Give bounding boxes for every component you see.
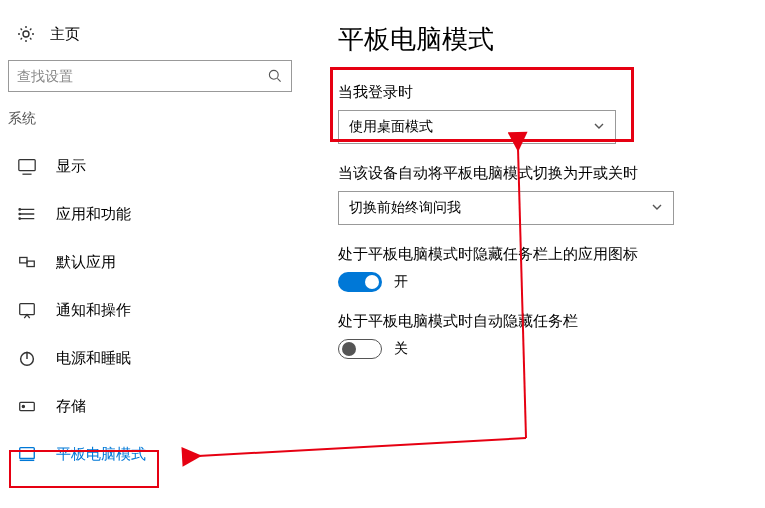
search-input[interactable] [9, 68, 259, 84]
dropdown-value: 切换前始终询问我 [349, 199, 461, 217]
chevron-down-icon [593, 119, 605, 135]
hide-icons-toggle[interactable] [338, 272, 382, 292]
svg-point-8 [22, 405, 24, 407]
sidebar-item-label: 平板电脑模式 [56, 445, 146, 464]
svg-rect-4 [27, 261, 34, 266]
apps-icon [16, 203, 38, 225]
search-box[interactable] [8, 60, 292, 92]
sidebar-item-label: 应用和功能 [56, 205, 131, 224]
chevron-down-icon [651, 200, 663, 216]
tablet-icon [16, 443, 38, 465]
sidebar-item-display[interactable]: 显示 [8, 142, 292, 190]
power-icon [16, 347, 38, 369]
hide-taskbar-label: 处于平板电脑模式时自动隐藏任务栏 [338, 312, 745, 331]
page-title: 平板电脑模式 [338, 22, 745, 57]
toggle-state: 开 [394, 273, 408, 291]
search-icon[interactable] [259, 68, 291, 84]
sidebar-item-power[interactable]: 电源和睡眠 [8, 334, 292, 382]
dropdown-value: 使用桌面模式 [349, 118, 433, 136]
home-label: 主页 [50, 25, 80, 44]
svg-point-0 [23, 31, 29, 37]
monitor-icon [16, 155, 38, 177]
notifications-icon [16, 299, 38, 321]
sidebar-item-apps[interactable]: 应用和功能 [8, 190, 292, 238]
sidebar-item-label: 显示 [56, 157, 86, 176]
signin-dropdown[interactable]: 使用桌面模式 [338, 110, 616, 144]
sidebar-item-label: 电源和睡眠 [56, 349, 131, 368]
svg-point-1 [269, 70, 278, 79]
sidebar-item-storage[interactable]: 存储 [8, 382, 292, 430]
sidebar-item-label: 存储 [56, 397, 86, 416]
signin-label: 当我登录时 [338, 83, 745, 102]
autoswitch-label: 当该设备自动将平板电脑模式切换为开或关时 [338, 164, 745, 183]
svg-rect-3 [20, 257, 27, 262]
gear-icon [16, 24, 36, 44]
storage-icon [16, 395, 38, 417]
hide-icons-label: 处于平板电脑模式时隐藏任务栏上的应用图标 [338, 245, 745, 264]
sidebar-item-notifications[interactable]: 通知和操作 [8, 286, 292, 334]
default-apps-icon [16, 251, 38, 273]
sidebar-home[interactable]: 主页 [8, 18, 292, 54]
sidebar-item-tablet-mode[interactable]: 平板电脑模式 [8, 430, 292, 478]
sidebar-item-label: 通知和操作 [56, 301, 131, 320]
sidebar-item-label: 默认应用 [56, 253, 116, 272]
section-label: 系统 [8, 106, 292, 138]
svg-rect-2 [19, 160, 35, 171]
svg-rect-9 [20, 448, 35, 459]
autoswitch-dropdown[interactable]: 切换前始终询问我 [338, 191, 674, 225]
sidebar-item-default-apps[interactable]: 默认应用 [8, 238, 292, 286]
svg-rect-5 [20, 304, 35, 315]
toggle-state: 关 [394, 340, 408, 358]
hide-taskbar-toggle[interactable] [338, 339, 382, 359]
